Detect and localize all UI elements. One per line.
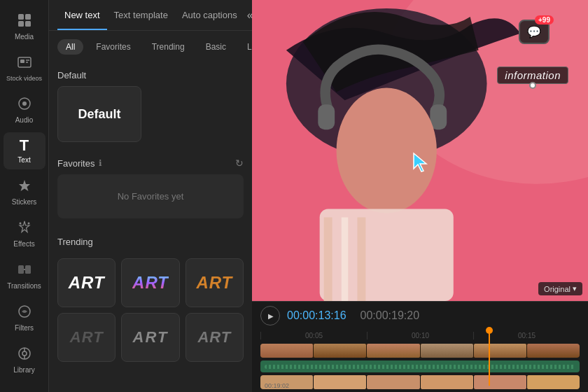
- text-handle[interactable]: [529, 82, 536, 89]
- trending-grid: ART ART ART ART ART ART: [57, 258, 244, 362]
- svg-rect-0: [18, 14, 24, 20]
- filter-lu[interactable]: Lu: [239, 39, 252, 55]
- stock-videos-icon: [17, 55, 32, 72]
- tab-text-template[interactable]: Text template: [107, 0, 175, 30]
- trending-card-4[interactable]: ART: [57, 313, 115, 362]
- trending-card-6[interactable]: ART: [186, 313, 244, 362]
- text-overlay[interactable]: information: [497, 66, 568, 84]
- filmstrip-1: 00:19:02: [260, 375, 313, 389]
- sidebar-item-text[interactable]: T Text: [4, 132, 46, 169]
- filmstrip-2: [314, 375, 366, 389]
- sidebar-item-audio[interactable]: Audio: [4, 90, 46, 130]
- trending-card-1[interactable]: ART: [57, 258, 115, 307]
- sidebar-item-media[interactable]: Media: [4, 7, 46, 46]
- sidebar-label-audio: Audio: [15, 116, 34, 124]
- ruler-marks-container: 00:05 00:10 00:15: [260, 332, 580, 340]
- sidebar-item-stickers[interactable]: Stickers: [4, 172, 46, 211]
- video-preview[interactable]: +99 💬 information Original ▾: [252, 0, 588, 301]
- filmstrip-5: [474, 375, 526, 389]
- filter-all[interactable]: All: [57, 39, 83, 55]
- tab-more-button[interactable]: «: [244, 4, 252, 27]
- info-badge: +99 💬: [519, 20, 550, 44]
- favorites-empty-text: No Favorites yet: [118, 191, 184, 202]
- svg-point-9: [22, 102, 27, 106]
- preview-svg: [252, 0, 588, 301]
- text-icon: T: [20, 138, 29, 153]
- timestamp: 00:19:02: [265, 382, 289, 389]
- trending-art-6: ART: [197, 328, 231, 346]
- sidebar-item-filters[interactable]: Filters: [4, 298, 46, 337]
- aspect-ratio-button[interactable]: Original ▾: [538, 282, 582, 295]
- filter-favorites[interactable]: Favorites: [88, 39, 139, 55]
- favorites-empty-message: No Favorites yet: [57, 174, 244, 218]
- svg-rect-26: [320, 209, 454, 301]
- svg-rect-3: [25, 21, 31, 27]
- trending-art-3: ART: [196, 273, 232, 293]
- sidebar-label-text: Text: [18, 156, 30, 164]
- sidebar-label-library: Library: [13, 366, 35, 374]
- svg-point-10: [27, 223, 29, 225]
- sidebar: Media Stock videos Audio T Text: [0, 0, 49, 392]
- thumb-3: [367, 344, 419, 358]
- sidebar-label-media: Media: [15, 33, 34, 41]
- sidebar-item-transitions[interactable]: Transitions: [4, 256, 46, 295]
- current-time-display: 00:00:13:16: [287, 309, 346, 322]
- svg-rect-12: [18, 265, 24, 274]
- stickers-icon: [17, 178, 32, 195]
- thumb-4: [421, 344, 473, 358]
- tab-new-text[interactable]: New text: [57, 0, 107, 30]
- main-video-track[interactable]: [260, 344, 580, 358]
- favorites-header: Favorites ℹ ↻: [57, 153, 244, 174]
- transitions-icon: [17, 262, 32, 279]
- text-overlay-content: information: [505, 69, 561, 81]
- play-button[interactable]: ▶: [260, 306, 280, 326]
- filmstrip-3: [367, 375, 419, 389]
- ruler-mark-2: 00:10: [367, 332, 473, 340]
- sidebar-item-library[interactable]: Library: [4, 340, 46, 379]
- svg-rect-13: [25, 265, 31, 274]
- trending-art-1: ART: [69, 273, 105, 293]
- filters-icon: [17, 304, 32, 321]
- library-icon: [17, 346, 32, 363]
- info-badge-minus-icon: 💬: [527, 25, 541, 38]
- audio-track[interactable]: [260, 360, 580, 372]
- section-trending-title: Trending: [57, 230, 244, 253]
- sidebar-label-filters: Filters: [15, 324, 34, 332]
- trending-art-2: ART: [132, 273, 169, 293]
- filter-trending[interactable]: Trending: [144, 39, 193, 55]
- timeline: ▶ 00:00:13:16 00:00:19:20 00:05 00:10 00…: [252, 301, 588, 392]
- text-panel: New text Text template Auto captions « A…: [49, 0, 252, 392]
- section-default-title: Default: [57, 63, 244, 86]
- sidebar-item-effects[interactable]: Effects: [4, 214, 46, 253]
- favorites-section-title: Favorites: [57, 158, 94, 169]
- media-icon: [17, 13, 32, 30]
- tab-auto-captions[interactable]: Auto captions: [175, 0, 244, 30]
- trending-art-4: ART: [70, 328, 104, 346]
- preview-image: +99 💬 information Original ▾: [252, 0, 588, 301]
- filter-bar: All Favorites Trending Basic Lu: [49, 31, 252, 63]
- svg-point-17: [22, 351, 27, 356]
- favorites-info-icon[interactable]: ℹ: [99, 158, 102, 168]
- default-text-card[interactable]: Default: [57, 86, 141, 142]
- svg-point-11: [19, 223, 21, 225]
- trending-card-3[interactable]: ART: [186, 258, 244, 307]
- preview-area: +99 💬 information Original ▾: [252, 0, 588, 392]
- svg-rect-2: [18, 21, 24, 27]
- sidebar-item-stock-videos[interactable]: Stock videos: [4, 49, 46, 88]
- svg-rect-23: [318, 104, 335, 130]
- trending-card-5[interactable]: ART: [121, 313, 179, 362]
- svg-rect-1: [25, 14, 31, 20]
- playhead: [489, 330, 490, 386]
- default-card-label: Default: [78, 107, 120, 122]
- trending-card-2[interactable]: ART: [121, 258, 179, 307]
- info-badge-notif: +99: [535, 15, 554, 24]
- timeline-controls: ▶ 00:00:13:16 00:00:19:20: [252, 302, 588, 330]
- thumb-5: [474, 344, 526, 358]
- total-time-display: 00:00:19:20: [360, 309, 420, 322]
- filter-basic[interactable]: Basic: [197, 39, 234, 55]
- audio-icon: [17, 96, 32, 113]
- thumb-2: [314, 344, 366, 358]
- favorites-refresh-icon[interactable]: ↻: [235, 158, 244, 169]
- thumbnail-strip[interactable]: 00:19:02: [260, 375, 580, 389]
- svg-point-25: [337, 88, 437, 213]
